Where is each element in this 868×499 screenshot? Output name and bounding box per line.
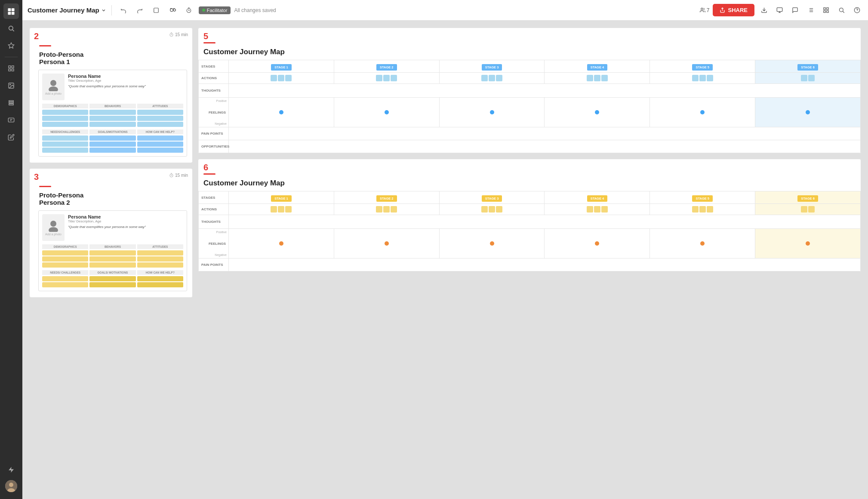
card-6-number: 6 [203, 163, 208, 172]
svg-point-49 [49, 86, 58, 91]
sidebar-icon-edit[interactable] [3, 129, 19, 145]
spy-button[interactable] [166, 4, 179, 17]
document-title[interactable]: Customer Journey Map [28, 6, 106, 14]
card-2-persona-inner: Add a photo Persona Name Title/ Descript… [38, 70, 187, 157]
present-button[interactable] [773, 4, 785, 16]
sec2-h3: HOW CAN WE HELP? [137, 129, 183, 134]
svg-rect-15 [9, 104, 14, 105]
sidebar-icon-search[interactable] [3, 21, 19, 36]
card-5-table-wrap: STAGES STAGE 1 STAGE 2 STAGE 3 [198, 60, 861, 153]
sidebar-icon-grid[interactable] [3, 61, 19, 76]
toolbar: Customer Journey Map Facilitator All cha… [22, 0, 868, 21]
undo-button[interactable] [117, 4, 130, 17]
card-6-header: 6 Customer Journey Map [198, 159, 861, 188]
card-2-timer-text: 15 min [175, 32, 188, 37]
svg-marker-19 [9, 467, 14, 472]
p2-sec2-h3: HOW CAN WE HELP? [137, 270, 183, 275]
stage4-cell-5: STAGE 4 [545, 60, 650, 73]
opportunities-row-5: OPPORTUNITIES [199, 140, 861, 153]
sec1-h2: BEHAVIORS [89, 104, 135, 108]
svg-point-43 [839, 8, 843, 12]
timer-button[interactable] [182, 4, 195, 17]
svg-point-12 [10, 84, 11, 85]
sidebar-icon-home[interactable] [3, 3, 19, 19]
feelings-s6-5 [755, 98, 861, 127]
card-2: 2 15 min Proto-Persona Persona 1 [29, 28, 193, 163]
feelings-s2-5 [334, 98, 439, 127]
actions-s2-5 [334, 73, 439, 84]
card-3-timer-text: 15 min [175, 173, 188, 178]
svg-point-52 [49, 227, 58, 232]
sidebar-divider-1 [5, 57, 18, 57]
grid-view-button[interactable] [820, 4, 832, 16]
svg-rect-3 [12, 12, 15, 15]
card-6-table: STAGES STAGE 1 STAGE 2 STAGE 3 [198, 191, 861, 271]
svg-rect-41 [823, 11, 825, 12]
sec1-h3: ATTITUDES [137, 104, 183, 108]
feelings-s4-5 [545, 98, 650, 127]
stage3-badge-6: STAGE 3 [482, 195, 502, 202]
sidebar-icon-image[interactable] [3, 78, 19, 93]
sidebar-icon-star[interactable] [3, 38, 19, 53]
sidebar-icon-add[interactable] [3, 112, 19, 128]
avatar[interactable] [5, 480, 17, 492]
svg-point-25 [173, 9, 175, 11]
svg-rect-16 [8, 118, 14, 122]
saved-status: All changes saved [234, 7, 276, 13]
svg-line-5 [12, 30, 14, 31]
zoom-search-button[interactable] [835, 4, 847, 16]
stage3-cell-5: STAGE 3 [439, 60, 545, 73]
svg-point-51 [50, 221, 56, 227]
card-6: 6 Customer Journey Map STAGES [198, 159, 861, 272]
card-5-title: Customer Journey Map [203, 48, 856, 56]
sidebar-icon-flash[interactable] [3, 462, 19, 477]
stage1-cell-6: STAGE 1 [229, 191, 334, 204]
list-button[interactable] [804, 4, 816, 16]
pain-points-label-5: PAIN POINTS [199, 127, 229, 140]
pain-points-row-6: PAIN POINTS [199, 259, 861, 271]
sidebar-bottom [3, 462, 19, 496]
facilitator-label: Facilitator [207, 8, 228, 13]
download-button[interactable] [758, 4, 770, 16]
card-6-table-wrap: STAGES STAGE 1 STAGE 2 STAGE 3 [198, 191, 861, 271]
feelings-s4-6 [545, 229, 650, 259]
svg-rect-2 [8, 12, 11, 15]
main-area: Customer Journey Map Facilitator All cha… [22, 0, 868, 499]
sec1-h1: DEMOGRAPHICS [42, 104, 88, 108]
persona-1-section1: DEMOGRAPHICS BEHAVIORS ATTITUDES [42, 104, 183, 127]
persona-2-section1: DEMOGRAPHICS BEHAVIORS ATTITUDES [42, 244, 183, 268]
persona-1-name: Persona Name [68, 74, 146, 79]
persona-2-name: Persona Name [68, 214, 146, 219]
title-text: Customer Journey Map [28, 6, 99, 14]
card-5: 5 Customer Journey Map STAGES [198, 28, 861, 154]
persona-2-avatar: Add a photo [42, 214, 65, 241]
svg-point-48 [50, 80, 56, 86]
share-button[interactable]: SHARE [713, 4, 754, 16]
svg-rect-7 [9, 66, 11, 68]
svg-marker-6 [8, 43, 14, 48]
persona-2-info: Persona Name Title/ Description, Age "Qu… [68, 214, 146, 241]
actions-s4-6 [545, 204, 650, 215]
stage5-cell-6: STAGE 5 [650, 191, 755, 204]
comment-button[interactable] [789, 4, 801, 16]
actions-s1-5 [229, 73, 334, 84]
svg-rect-30 [777, 8, 782, 12]
card-6-title: Customer Journey Map [203, 179, 856, 188]
users-badge: 7 [700, 7, 710, 13]
stages-label-6: STAGES [199, 191, 229, 204]
svg-rect-39 [823, 8, 825, 9]
feelings-s3-6 [439, 229, 545, 259]
sidebar-icon-layers[interactable] [3, 95, 19, 111]
actions-label-5: ACTIONS [199, 73, 229, 84]
actions-row-6: ACTIONS [199, 204, 861, 215]
redo-button[interactable] [133, 4, 146, 17]
sec2-h1: NEEDS/CHALLENGES [42, 129, 88, 134]
sidebar [0, 0, 22, 499]
facilitator-status-dot [202, 9, 205, 12]
svg-rect-1 [12, 8, 15, 11]
help-button[interactable] [851, 4, 863, 16]
svg-rect-13 [9, 101, 14, 102]
record-button[interactable] [150, 4, 163, 17]
persona-2-section2: NEEDS/ CHALLENGES GOALS/ MOTIVATIONS HOW… [42, 270, 183, 287]
actions-s1-6 [229, 204, 334, 215]
